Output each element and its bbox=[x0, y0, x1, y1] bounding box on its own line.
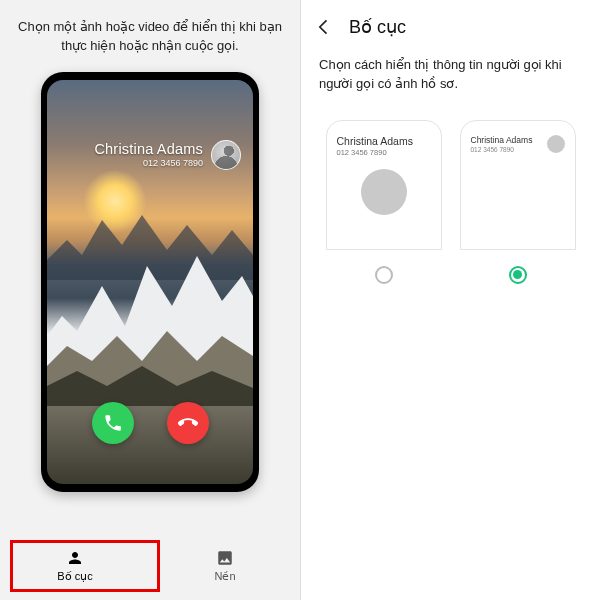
decline-call-button[interactable] bbox=[167, 402, 209, 444]
layout-option-small-photo[interactable]: Christina Adams 012 3456 7890 bbox=[460, 120, 576, 250]
panel-description: Chọn cách hiển thị thông tin người gọi k… bbox=[301, 50, 600, 112]
sample-number: 012 3456 7890 bbox=[337, 148, 431, 157]
call-background-settings-panel: Chọn một ảnh hoặc video để hiển thị khi … bbox=[0, 0, 300, 600]
phone-preview-frame: Christina Adams 012 3456 7890 bbox=[41, 72, 259, 492]
small-avatar-placeholder bbox=[547, 135, 565, 153]
layout-options: Christina Adams 012 3456 7890 Christina … bbox=[301, 112, 600, 254]
layout-settings-panel: Bố cục Chọn cách hiển thị thông tin ngườ… bbox=[300, 0, 600, 600]
back-button[interactable] bbox=[311, 14, 337, 40]
tab-background[interactable]: Nền bbox=[150, 530, 300, 600]
radio-option-2[interactable] bbox=[460, 266, 576, 284]
caller-info: Christina Adams 012 3456 7890 bbox=[94, 140, 241, 170]
tab-layout[interactable]: Bố cục bbox=[0, 530, 150, 600]
bottom-tab-bar: Bố cục Nền bbox=[0, 530, 300, 600]
panel-description: Chọn một ảnh hoặc video để hiển thị khi … bbox=[0, 0, 300, 72]
phone-preview-screen: Christina Adams 012 3456 7890 bbox=[47, 80, 253, 484]
radio-option-1[interactable] bbox=[326, 266, 442, 284]
call-action-buttons bbox=[47, 402, 253, 444]
panel-header: Bố cục bbox=[301, 0, 600, 50]
sample-name: Christina Adams bbox=[337, 135, 431, 147]
caller-name: Christina Adams bbox=[94, 141, 203, 157]
accept-call-button[interactable] bbox=[92, 402, 134, 444]
panel-title: Bố cục bbox=[349, 16, 406, 38]
layout-option-large-photo[interactable]: Christina Adams 012 3456 7890 bbox=[326, 120, 442, 250]
caller-avatar bbox=[211, 140, 241, 170]
tab-background-label: Nền bbox=[214, 570, 235, 583]
person-icon bbox=[65, 548, 85, 568]
sample-number: 012 3456 7890 bbox=[471, 146, 533, 153]
large-avatar-placeholder bbox=[361, 169, 407, 215]
caller-number: 012 3456 7890 bbox=[94, 158, 203, 168]
image-icon bbox=[215, 548, 235, 568]
layout-radio-group bbox=[301, 254, 600, 296]
sample-name: Christina Adams bbox=[471, 135, 533, 145]
tab-layout-label: Bố cục bbox=[57, 570, 92, 583]
